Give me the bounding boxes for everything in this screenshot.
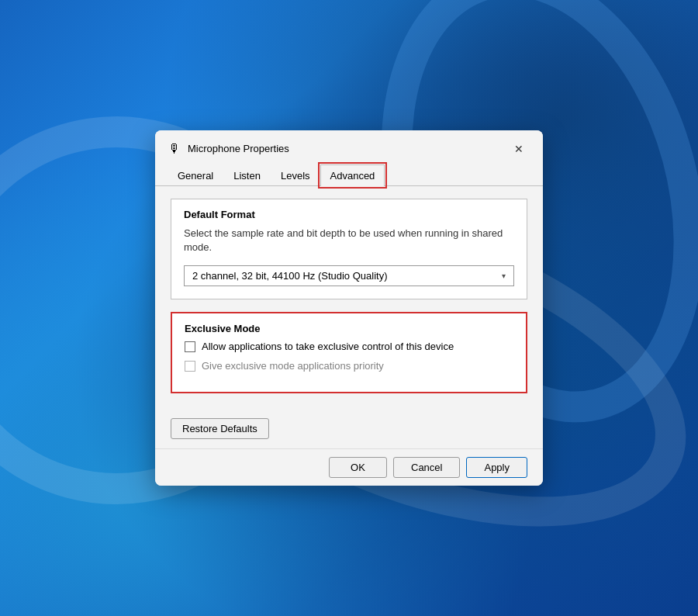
microphone-icon: 🎙 xyxy=(168,142,181,156)
tab-bar: General Listen Levels Advanced xyxy=(155,158,543,186)
dialog-content: Default Format Select the sample rate an… xyxy=(155,186,543,418)
close-button[interactable]: ✕ xyxy=(507,140,530,158)
restore-defaults-area: Restore Defaults xyxy=(155,418,543,448)
give-priority-checkbox[interactable] xyxy=(185,361,195,372)
exclusive-mode-section: Exclusive Mode Allow applications to tak… xyxy=(171,312,527,393)
allow-exclusive-control-checkbox[interactable] xyxy=(185,341,195,352)
tab-levels[interactable]: Levels xyxy=(271,164,320,186)
default-format-description: Select the sample rate and bit depth to … xyxy=(184,227,514,254)
tab-advanced[interactable]: Advanced xyxy=(320,164,385,186)
dropdown-value: 2 channel, 32 bit, 44100 Hz (Studio Qual… xyxy=(192,270,387,282)
microphone-properties-dialog: 🎙 Microphone Properties ✕ General Listen… xyxy=(155,130,543,486)
default-format-title: Default Format xyxy=(184,209,514,220)
give-priority-row: Give exclusive mode applications priorit… xyxy=(185,360,513,372)
tab-general[interactable]: General xyxy=(168,164,223,186)
apply-button[interactable]: Apply xyxy=(466,457,527,478)
allow-exclusive-control-label: Allow applications to take exclusive con… xyxy=(202,341,454,352)
chevron-down-icon: ▾ xyxy=(502,272,506,280)
ok-button[interactable]: OK xyxy=(329,457,387,478)
sample-rate-dropdown[interactable]: 2 channel, 32 bit, 44100 Hz (Studio Qual… xyxy=(184,265,514,286)
exclusive-mode-title: Exclusive Mode xyxy=(185,323,513,334)
title-bar-left: 🎙 Microphone Properties xyxy=(168,142,289,156)
tab-listen[interactable]: Listen xyxy=(223,164,271,186)
dialog-footer: OK Cancel Apply xyxy=(155,448,543,486)
allow-exclusive-control-row: Allow applications to take exclusive con… xyxy=(185,341,513,352)
title-bar: 🎙 Microphone Properties ✕ xyxy=(155,130,543,158)
give-priority-label: Give exclusive mode applications priorit… xyxy=(202,360,384,372)
default-format-section: Default Format Select the sample rate an… xyxy=(171,199,527,299)
restore-defaults-button[interactable]: Restore Defaults xyxy=(171,418,269,439)
dialog-title: Microphone Properties xyxy=(188,143,289,154)
cancel-button[interactable]: Cancel xyxy=(393,457,460,478)
